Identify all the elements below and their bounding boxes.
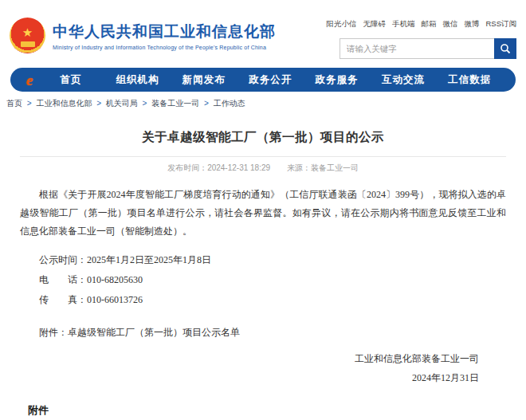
contact-phone: 电 话：010-68205630 [20,270,506,290]
emblem-star-icon: ★ [22,26,33,38]
article-info-lines: 公示时间：2025年1月2日至2025年1月8日 电 话：010-6820563… [20,250,506,309]
utility-link-mobile[interactable]: 手机端 [392,19,415,29]
signature-block: 工业和信息化部装备工业一司 2024年12月31日 [20,349,506,387]
attachment-heading: 附件 [28,403,526,418]
article: 关于卓越级智能工厂（第一批）项目的公示 发布时间：2024-12-31 18:2… [20,129,506,387]
utility-link-weibo[interactable]: 微博 [464,19,479,29]
site-title: 中华人民共和国工业和信息化部 [53,22,276,42]
breadcrumb-equipment-dept[interactable]: 装备工业一司 [151,99,199,108]
publish-time: 发布时间：2024-12-31 18:29 [167,163,270,172]
article-paragraph: 根据《关于开展2024年度智能工厂梯度培育行动的通知》（工信厅联通装函〔2024… [20,186,506,240]
search-icon [500,43,511,54]
attachment-reference[interactable]: 附件：卓越级智能工厂（第一批）项目公示名单 [20,326,506,340]
nav-item-interaction[interactable]: 互动交流 [370,73,436,87]
nav-item-news[interactable]: 新闻发布 [171,73,237,87]
article-source: 来源：装备工业一司 [287,163,359,172]
utility-links: 阳光小信 无障碍 手机端 邮箱 微信 微博 RSS订阅 [340,19,516,29]
article-title: 关于卓越级智能工厂（第一批）项目的公示 [20,129,506,146]
utility-link-sunshine[interactable]: 阳光小信 [326,19,356,29]
publicity-period: 公示时间：2025年1月2日至2025年1月8日 [20,250,506,270]
national-emblem-icon: ★ [10,18,45,53]
breadcrumb-miit[interactable]: 工业和信息化部 [36,99,92,108]
article-meta: 发布时间：2024-12-31 18:29 来源：装备工业一司 [20,163,506,174]
nav-item-organization[interactable]: 组织机构 [104,73,171,87]
breadcrumb-separator: > [143,99,147,108]
breadcrumb-home[interactable]: 首页 [6,99,22,108]
breadcrumb-current: 工作动态 [214,99,245,108]
site-brand[interactable]: ★ 中华人民共和国工业和信息化部 Ministry of Industry an… [10,18,276,53]
nav-item-gov-services[interactable]: 政务服务 [304,73,370,87]
breadcrumb-separator: > [27,99,32,108]
nav-item-gov-disclosure[interactable]: 政务公开 [237,73,304,87]
search-input[interactable] [340,38,494,59]
miit-logo-icon: e [26,73,33,88]
breadcrumb: 首页 > 工业和信息化部 > 机关司局 > 装备工业一司 > 工作动态 [6,98,526,109]
search-button[interactable] [494,38,516,59]
site-header: ★ 中华人民共和国工业和信息化部 Ministry of Industry an… [0,0,526,59]
site-subtitle: Ministry of Industry and Information Tec… [53,45,276,50]
signature-org: 工业和信息化部装备工业一司 [20,349,479,368]
main-nav: e 首页 组织机构 新闻发布 政务公开 政务服务 互动交流 工信数据 [10,68,516,92]
utility-link-mail[interactable]: 邮箱 [421,19,436,29]
breadcrumb-separator: > [204,99,209,108]
utility-link-wechat[interactable]: 微信 [442,19,457,29]
utility-link-rss[interactable]: RSS订阅 [485,19,516,29]
nav-item-data[interactable]: 工信数据 [437,73,503,87]
search-bar [340,38,516,59]
nav-item-home[interactable]: 首页 [37,73,104,87]
breadcrumb-separator: > [96,99,101,108]
emblem-gate-icon [21,41,35,47]
utility-link-accessibility[interactable]: 无障碍 [363,19,386,29]
contact-fax: 传 真：010-66013726 [20,290,506,310]
breadcrumb-departments[interactable]: 机关司局 [106,99,138,108]
signature-date: 2024年12月31日 [20,368,479,387]
title-divider [20,156,506,157]
